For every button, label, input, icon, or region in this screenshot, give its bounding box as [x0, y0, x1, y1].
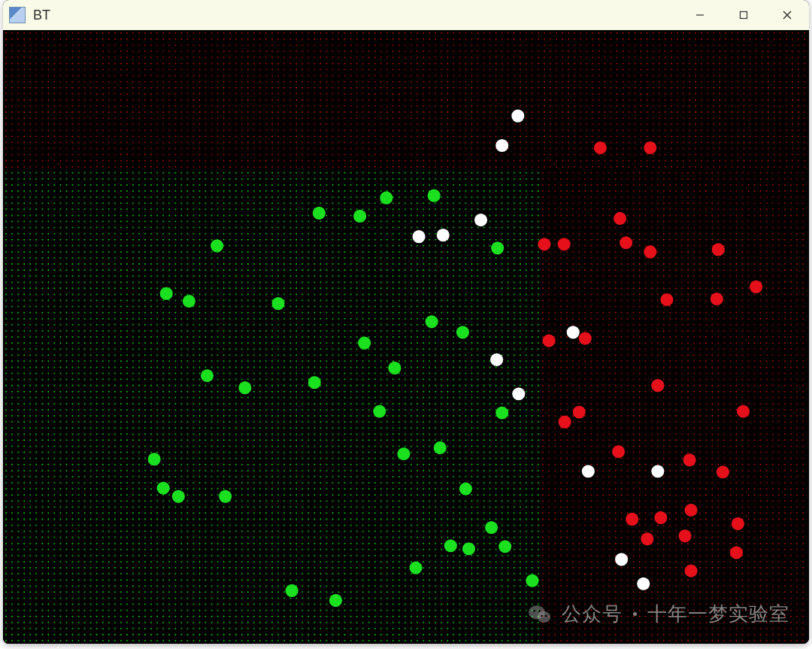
maximize-button[interactable]: [722, 0, 765, 30]
green-agent: [353, 210, 366, 223]
app-icon: [9, 7, 26, 23]
white-agent: [637, 578, 650, 590]
close-icon: [783, 11, 792, 20]
red-agent: [685, 504, 698, 517]
green-agent: [495, 406, 508, 419]
red-agent: [660, 293, 673, 306]
red-agent: [644, 141, 656, 154]
maximize-icon: [739, 11, 748, 20]
minimize-button[interactable]: [678, 0, 722, 30]
green-agent: [456, 326, 469, 338]
green-agent: [219, 490, 232, 502]
green-agent: [308, 376, 321, 389]
white-agent: [615, 553, 628, 566]
green-agent: [148, 453, 161, 466]
green-agent: [485, 521, 498, 534]
red-agent: [712, 243, 725, 256]
window-title: BT: [33, 8, 678, 23]
green-agent: [459, 482, 472, 495]
green-agent: [428, 190, 441, 202]
green-agent: [526, 575, 538, 587]
red-agent: [614, 212, 626, 225]
svg-rect-1: [741, 12, 747, 19]
red-agent: [558, 238, 571, 250]
red-agent: [641, 532, 653, 545]
green-agent: [211, 239, 223, 252]
red-agent: [538, 238, 550, 250]
green-agent: [201, 369, 214, 382]
window-controls: [678, 0, 809, 30]
red-agent: [732, 517, 744, 530]
green-agent: [397, 447, 410, 460]
green-agent: [157, 481, 170, 494]
red-agent: [594, 141, 607, 154]
red-agent: [685, 564, 698, 577]
green-agent: [358, 336, 371, 349]
green-agent: [498, 540, 511, 553]
white-agent: [413, 230, 426, 243]
green-agent: [380, 192, 392, 205]
white-agent: [474, 214, 487, 226]
green-agent: [183, 295, 195, 308]
green-agent: [329, 594, 342, 607]
green-agent: [426, 315, 438, 328]
red-agent: [679, 529, 692, 542]
green-agent: [313, 207, 326, 220]
red-agent: [543, 334, 556, 347]
green-agent: [238, 381, 251, 394]
close-button[interactable]: [765, 0, 809, 30]
white-agent: [512, 387, 525, 400]
green-agent: [373, 405, 386, 417]
minimize-icon: [695, 11, 704, 20]
green-agent: [172, 490, 185, 502]
white-agent: [651, 465, 664, 478]
white-agent: [495, 139, 508, 152]
green-agent: [444, 539, 457, 552]
app-window: BT 公众号 十年一梦实验室: [3, 0, 809, 644]
red-agent: [730, 546, 743, 559]
red-agent: [579, 332, 592, 344]
red-agent: [717, 466, 729, 478]
simulation-canvas[interactable]: 公众号 十年一梦实验室: [3, 30, 809, 644]
white-agent: [490, 353, 503, 366]
green-agent: [434, 441, 447, 454]
white-agent: [511, 110, 524, 123]
green-agent: [272, 297, 285, 310]
titlebar[interactable]: BT: [3, 0, 809, 30]
green-agent: [160, 287, 173, 300]
green-agent: [286, 584, 298, 597]
red-agent: [683, 453, 696, 466]
simulation-svg: [3, 30, 809, 644]
red-agent: [737, 405, 750, 417]
white-agent: [437, 229, 450, 241]
red-agent: [573, 405, 586, 418]
green-agent: [388, 362, 401, 375]
white-agent: [582, 465, 595, 478]
white-agent: [567, 326, 580, 338]
red-agent: [651, 379, 664, 392]
red-agent: [559, 416, 571, 429]
red-agent: [710, 293, 723, 305]
green-agent: [462, 542, 475, 555]
red-agent: [626, 513, 638, 526]
red-agent: [644, 245, 656, 258]
red-agent: [612, 445, 625, 458]
red-agent: [750, 281, 762, 293]
red-agent: [654, 511, 667, 524]
green-agent: [491, 241, 504, 254]
red-agent: [620, 236, 632, 249]
green-agent: [410, 561, 423, 574]
